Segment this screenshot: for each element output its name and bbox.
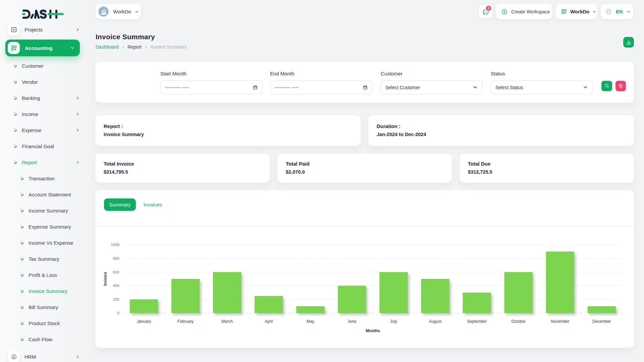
bullet-icon bbox=[20, 289, 23, 293]
sidebar-item-banking[interactable]: Banking bbox=[5, 90, 83, 106]
chevron-right-icon bbox=[75, 27, 80, 32]
workdo-menu-button[interactable]: WorkDo bbox=[556, 4, 597, 19]
sidebar: Projects Accounting Customer Vendor Bank… bbox=[0, 0, 88, 362]
bullet-icon bbox=[20, 177, 23, 180]
sidebar-item-tax-summary[interactable]: Tax Summary bbox=[5, 251, 83, 267]
svg-text:0: 0 bbox=[117, 311, 119, 315]
svg-text:July: July bbox=[390, 319, 397, 324]
svg-text:Months: Months bbox=[366, 328, 380, 333]
sidebar-item-invoice-summary-active[interactable]: Invoice Summary bbox=[5, 283, 83, 299]
tab-summary[interactable]: Summary bbox=[104, 198, 136, 211]
chevron-right-icon bbox=[75, 355, 80, 359]
sidebar-item-vendor[interactable]: Vendor bbox=[5, 74, 83, 90]
sidebar-item-bill-summary[interactable]: Bill Summary bbox=[5, 299, 83, 315]
bullet-icon bbox=[13, 96, 17, 100]
stat-label: Total Due bbox=[468, 161, 490, 167]
sidebar-item-income-vs-expense[interactable]: Income Vs Expense bbox=[5, 235, 83, 251]
dash-logo[interactable] bbox=[21, 8, 64, 20]
sidebar-item-expense-summary[interactable]: Expense Summary bbox=[5, 219, 83, 235]
sidebar-item-label: Account Statement bbox=[29, 192, 71, 197]
language-selector[interactable]: EN bbox=[601, 4, 633, 19]
chevron-down-icon bbox=[135, 9, 139, 14]
sidebar-item-accounting-active[interactable]: Accounting bbox=[5, 40, 80, 56]
customer-select[interactable]: Select Customer bbox=[381, 80, 482, 94]
bullet-icon bbox=[20, 321, 23, 325]
sidebar-item-label: Profit & Loss bbox=[29, 272, 57, 278]
breadcrumb-dashboard[interactable]: Dashboard bbox=[96, 44, 119, 50]
chevron-right-icon bbox=[75, 128, 80, 132]
chevron-right-icon bbox=[75, 112, 80, 116]
chevron-down-icon bbox=[592, 9, 597, 14]
end-month-value: --------- ---- bbox=[275, 85, 299, 90]
report-card: Report : Invoice Summary bbox=[95, 115, 361, 146]
svg-text:400: 400 bbox=[113, 284, 119, 288]
sidebar-item-account-statement[interactable]: Account Statement bbox=[5, 186, 83, 202]
sidebar-item-product-stock[interactable]: Product Stock bbox=[5, 315, 83, 331]
bullet-icon bbox=[20, 257, 23, 260]
svg-text:March: March bbox=[222, 319, 233, 324]
sidebar-item-cash-flow[interactable]: Cash Flow bbox=[5, 331, 83, 347]
bullet-icon bbox=[13, 144, 17, 148]
sidebar-item-label: Tax Summary bbox=[29, 256, 59, 262]
stat-label: Total Paid bbox=[286, 161, 310, 167]
sidebar-item-transaction[interactable]: Transaction bbox=[5, 170, 83, 186]
sidebar-item-income-summary[interactable]: Income Summary bbox=[5, 202, 83, 219]
sidebar-item-financial-goal[interactable]: Financial Goal bbox=[5, 138, 83, 154]
end-month-label: End Month bbox=[270, 71, 294, 76]
sidebar-item-profit-loss[interactable]: Profit & Loss bbox=[5, 267, 83, 283]
bullet-icon bbox=[20, 225, 23, 228]
sidebar-item-label: Customer bbox=[22, 63, 44, 69]
sidebar-item-projects[interactable]: Projects bbox=[5, 21, 83, 38]
svg-text:November: November bbox=[551, 319, 569, 324]
create-workspace-button[interactable]: Create Workspace bbox=[496, 4, 552, 19]
sidebar-item-hrm[interactable]: HRM bbox=[5, 349, 83, 362]
download-icon bbox=[626, 40, 632, 45]
duration-card: Duration : Jan-2024 to Dec-2024 bbox=[368, 115, 634, 146]
stat-value: $2,070.0 bbox=[286, 169, 305, 175]
chevron-down-icon bbox=[583, 84, 588, 90]
accounting-grid-icon bbox=[8, 42, 20, 54]
breadcrumb: Dashboard › Report › Invoice Summary bbox=[96, 44, 187, 50]
sidebar-item-label: HRM bbox=[24, 354, 36, 360]
svg-text:May: May bbox=[307, 319, 314, 324]
sidebar-item-report[interactable]: Report bbox=[5, 154, 83, 170]
sidebar-item-expense[interactable]: Expense bbox=[5, 122, 83, 138]
language-label: EN bbox=[616, 9, 623, 14]
reset-filter-button[interactable] bbox=[615, 81, 626, 91]
breadcrumb-current: Invoice Summary bbox=[151, 44, 187, 50]
chevron-down-icon bbox=[626, 9, 631, 14]
breadcrumb-report[interactable]: Report bbox=[127, 44, 142, 50]
page-title: Invoice Summary bbox=[96, 33, 155, 41]
sidebar-item-label: Report bbox=[22, 160, 37, 165]
svg-text:October: October bbox=[511, 319, 526, 324]
total-due-card: Total Due $312,725.5 bbox=[460, 154, 634, 183]
chart-card: Summary Invoices 02004006008001000Januar… bbox=[95, 190, 634, 348]
svg-text:January: January bbox=[137, 319, 151, 324]
sidebar-item-label: Invoice Summary bbox=[29, 288, 67, 294]
sidebar-item-label: Income Summary bbox=[29, 208, 68, 214]
status-select[interactable]: Select Status bbox=[491, 80, 593, 94]
svg-text:December: December bbox=[592, 319, 611, 324]
calendar-icon[interactable] bbox=[253, 85, 258, 90]
svg-text:Invoice: Invoice bbox=[103, 272, 108, 286]
search-button[interactable] bbox=[601, 81, 612, 91]
sidebar-item-customer[interactable]: Customer bbox=[5, 58, 83, 74]
duration-card-label: Duration : bbox=[377, 123, 400, 129]
download-button[interactable] bbox=[623, 37, 634, 48]
sidebar-item-income[interactable]: Income bbox=[5, 106, 83, 122]
svg-text:200: 200 bbox=[113, 297, 119, 301]
stat-value: $314,795.5 bbox=[104, 169, 128, 175]
sidebar-item-label: Transaction bbox=[29, 176, 55, 181]
calendar-icon[interactable] bbox=[363, 85, 368, 90]
chevron-down-icon bbox=[70, 45, 75, 51]
sidebar-item-label: Projects bbox=[24, 27, 43, 33]
end-month-input[interactable]: --------- ---- bbox=[270, 80, 372, 94]
sidebar-item-label: Expense bbox=[22, 127, 41, 133]
report-card-label: Report : bbox=[104, 123, 123, 129]
workspace-name: WorkDo bbox=[113, 9, 131, 14]
sidebar-item-label: Financial Goal bbox=[22, 143, 54, 149]
start-month-input[interactable]: --------- ---- bbox=[160, 80, 262, 94]
tab-invoices[interactable]: Invoices bbox=[141, 198, 165, 211]
bullet-icon bbox=[20, 209, 23, 212]
workspace-selector[interactable]: WorkDo bbox=[96, 4, 141, 19]
